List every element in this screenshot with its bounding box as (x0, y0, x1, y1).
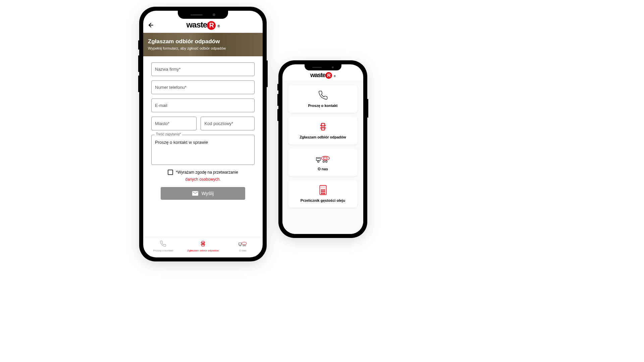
mail-icon (192, 191, 198, 196)
svg-point-24 (324, 190, 325, 191)
svg-point-9 (243, 245, 244, 246)
back-button[interactable] (147, 21, 155, 29)
phone-mockup-menu: wasteR® Proszę o kontakt Zgłaszam odbiór… (278, 60, 367, 238)
svg-rect-5 (238, 243, 241, 245)
svg-point-28 (321, 193, 322, 194)
svg-point-29 (322, 193, 323, 194)
truck-icon (316, 153, 330, 164)
phone-icon (160, 240, 166, 247)
phone-field[interactable]: Numer telefonu* (151, 80, 255, 94)
menu-about[interactable]: O nas (288, 148, 357, 176)
arrow-left-icon (148, 22, 154, 28)
email-field[interactable]: E-mail (151, 99, 255, 112)
main-menu: Proszę o kontakt Zgłaszam odbiór odpadów… (282, 81, 363, 234)
message-field[interactable]: Proszę o kontakt w sprawie (151, 135, 255, 165)
svg-point-7 (239, 245, 240, 246)
svg-rect-13 (316, 158, 320, 161)
svg-point-22 (321, 190, 322, 191)
hero-banner: Zgłaszam odbiór odpadów Wypełnij formula… (143, 33, 263, 56)
svg-point-27 (324, 191, 325, 192)
menu-contact[interactable]: Proszę o kontakt (288, 85, 357, 113)
nav-about-label: O nas (239, 249, 246, 252)
svg-rect-21 (321, 186, 325, 188)
svg-point-23 (322, 190, 323, 191)
form-container: Nazwa firmy* Numer telefonu* E-mail Mias… (143, 56, 263, 237)
app-logo: wasteR® (186, 20, 219, 30)
phone-icon (318, 90, 328, 101)
svg-point-18 (323, 161, 324, 162)
consent-checkbox[interactable] (168, 170, 173, 175)
menu-report[interactable]: Zgłaszam odbiór odpadów (288, 117, 357, 144)
consent-text: *Wyrażam zgodę na przetwarzanie (176, 170, 238, 175)
svg-point-17 (317, 161, 319, 162)
hero-title: Zgłaszam odbiór odpadów (148, 38, 258, 45)
phone-mockup-form: wasteR® Zgłaszam odbiór odpadów Wypełnij… (139, 7, 267, 261)
nav-contact-label: Proszę o kontakt (153, 249, 173, 252)
svg-point-6 (241, 242, 247, 245)
barrel-icon (318, 121, 328, 132)
menu-contact-label: Proszę o kontakt (308, 103, 337, 108)
svg-point-8 (245, 245, 246, 246)
company-field[interactable]: Nazwa firmy* (151, 62, 255, 76)
menu-calculator-label: Przelicznik gęstości oleju (301, 198, 345, 203)
svg-point-30 (324, 193, 325, 194)
hero-subtitle: Wypełnij formularz, aby zgłosić odbiór o… (148, 46, 258, 50)
nav-contact[interactable]: Proszę o kontakt (143, 240, 183, 252)
nav-report-label: Zgłaszam odbiór odpadów (187, 249, 219, 252)
svg-point-26 (322, 191, 323, 192)
svg-point-15 (321, 156, 329, 160)
menu-about-label: O nas (318, 167, 328, 171)
nav-report[interactable]: Zgłaszam odbiór odpadów (183, 240, 223, 252)
nav-about[interactable]: O nas (223, 240, 263, 252)
truck-icon (238, 240, 247, 247)
send-button[interactable]: Wyślij (161, 187, 245, 200)
consent-link[interactable]: danych osobowych. (151, 177, 255, 182)
calculator-icon (319, 185, 327, 195)
postal-field[interactable]: Kod pocztowy* (201, 117, 255, 130)
bottom-navigation: Proszę o kontakt Zgłaszam odbiór odpadów… (143, 237, 263, 257)
svg-point-4 (203, 243, 204, 244)
app-logo: wasteR® (310, 72, 335, 79)
message-label: Treść zapytania* (155, 132, 182, 136)
menu-report-label: Zgłaszam odbiór odpadów (300, 135, 346, 139)
barrel-icon (199, 240, 207, 247)
menu-calculator[interactable]: Przelicznik gęstości oleju (288, 180, 357, 207)
svg-rect-16 (324, 157, 327, 159)
svg-point-19 (325, 161, 327, 162)
city-field[interactable]: Miasto* (151, 117, 197, 130)
svg-point-25 (321, 191, 322, 192)
